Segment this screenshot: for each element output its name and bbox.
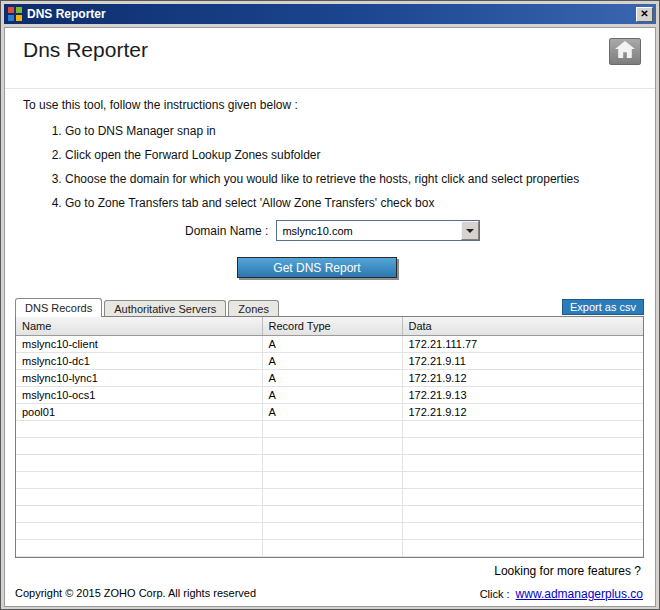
- tab-dns-records[interactable]: DNS Records: [15, 298, 102, 317]
- table-row[interactable]: mslync10-dc1A172.21.9.11: [16, 352, 643, 369]
- instructions-section: To use this tool, follow the instruction…: [23, 98, 637, 220]
- instructions-intro: To use this tool, follow the instruction…: [23, 98, 637, 112]
- table-cell: [16, 420, 262, 437]
- copyright-text: Copyright © 2015 ZOHO Corp. All rights r…: [15, 587, 256, 599]
- table-cell: [402, 488, 643, 505]
- table-cell: A: [262, 369, 402, 386]
- app-icon: [8, 7, 22, 21]
- table-cell: [262, 437, 402, 454]
- table-cell: [16, 488, 262, 505]
- table-row-empty: [16, 539, 643, 556]
- table-cell: 172.21.9.12: [402, 403, 643, 420]
- tabs-row: DNS RecordsAuthoritative ServersZones Ex…: [15, 298, 644, 317]
- table-row[interactable]: mslync10-ocs1A172.21.9.13: [16, 386, 643, 403]
- tab-zones[interactable]: Zones: [228, 300, 279, 317]
- title-bar[interactable]: DNS Reporter ✕: [4, 4, 656, 24]
- table-cell: [16, 471, 262, 488]
- table-cell: [402, 420, 643, 437]
- tab-authoritative-servers[interactable]: Authoritative Servers: [104, 300, 226, 317]
- domain-name-select[interactable]: mslync10.com: [276, 220, 480, 241]
- table-cell: [262, 420, 402, 437]
- table-cell: [16, 454, 262, 471]
- table-cell: [16, 522, 262, 539]
- table-cell: mslync10-client: [16, 335, 262, 352]
- table-cell: [262, 471, 402, 488]
- click-label: Click :: [480, 588, 510, 600]
- table-cell: 172.21.9.11: [402, 352, 643, 369]
- table-row-empty: [16, 471, 643, 488]
- column-header-record-type[interactable]: Record Type: [262, 317, 402, 335]
- table-cell: [402, 471, 643, 488]
- table-row[interactable]: mslync10-clientA172.21.111.77: [16, 335, 643, 352]
- table-cell: [262, 522, 402, 539]
- table-cell: A: [262, 352, 402, 369]
- table-cell: [262, 454, 402, 471]
- get-dns-report-button[interactable]: Get DNS Report: [237, 257, 397, 278]
- instruction-step: Click open the Forward Lookup Zones subf…: [65, 148, 637, 162]
- click-row: Click : www.admanagerplus.co: [480, 587, 643, 601]
- home-button[interactable]: [609, 38, 641, 65]
- table-cell: 172.21.9.12: [402, 369, 643, 386]
- instruction-step: Go to DNS Manager snap in: [65, 124, 637, 138]
- instruction-steps: Go to DNS Manager snap inClick open the …: [47, 124, 637, 210]
- table-cell: 172.21.9.13: [402, 386, 643, 403]
- table-cell: A: [262, 403, 402, 420]
- table-cell: [262, 488, 402, 505]
- features-text: Looking for more features ?: [494, 564, 641, 578]
- table-cell: A: [262, 335, 402, 352]
- table-header-row: NameRecord TypeData: [16, 317, 643, 335]
- column-header-data[interactable]: Data: [402, 317, 643, 335]
- table-row-empty: [16, 488, 643, 505]
- column-header-name[interactable]: Name: [16, 317, 262, 335]
- table-row-empty: [16, 505, 643, 522]
- domain-row: Domain Name : mslync10.com: [185, 220, 480, 241]
- table-cell: [16, 539, 262, 556]
- table-cell: [402, 539, 643, 556]
- page-title: Dns Reporter: [23, 38, 148, 62]
- dns-reporter-window: DNS Reporter ✕ Dns Reporter To use this …: [0, 0, 660, 610]
- table-cell: pool01: [16, 403, 262, 420]
- table-cell: A: [262, 386, 402, 403]
- table-row-empty: [16, 454, 643, 471]
- dialog-content: Dns Reporter To use this tool, follow th…: [4, 27, 656, 607]
- table-cell: [402, 454, 643, 471]
- chevron-down-icon[interactable]: [461, 221, 479, 240]
- table-row-empty: [16, 522, 643, 539]
- table-cell: 172.21.111.77: [402, 335, 643, 352]
- table-cell: [262, 505, 402, 522]
- table-cell: [402, 505, 643, 522]
- close-icon[interactable]: ✕: [636, 7, 653, 22]
- instruction-step: Go to Zone Transfers tab and select 'All…: [65, 196, 637, 210]
- table-row[interactable]: mslync10-lync1A172.21.9.12: [16, 369, 643, 386]
- header-divider: [5, 88, 655, 89]
- domain-name-value: mslync10.com: [277, 225, 461, 237]
- table-row-empty: [16, 437, 643, 454]
- export-as-csv-button[interactable]: Export as csv: [562, 299, 644, 315]
- page-header: Dns Reporter: [23, 38, 641, 65]
- window-title: DNS Reporter: [27, 7, 636, 21]
- table-cell: mslync10-lync1: [16, 369, 262, 386]
- admanagerplus-link[interactable]: www.admanagerplus.co: [516, 587, 643, 601]
- table-cell: [402, 437, 643, 454]
- home-icon: [614, 40, 636, 63]
- table-cell: [262, 539, 402, 556]
- table-cell: mslync10-ocs1: [16, 386, 262, 403]
- instruction-step: Choose the domain for which you would li…: [65, 172, 637, 186]
- table-body: mslync10-clientA172.21.111.77mslync10-dc…: [16, 335, 643, 556]
- dns-records-table: NameRecord TypeData mslync10-clientA172.…: [15, 316, 644, 558]
- table-cell: [402, 522, 643, 539]
- table-cell: [16, 437, 262, 454]
- domain-name-label: Domain Name :: [185, 224, 268, 238]
- table-row[interactable]: pool01A172.21.9.12: [16, 403, 643, 420]
- table-row-empty: [16, 420, 643, 437]
- table-cell: mslync10-dc1: [16, 352, 262, 369]
- tabs: DNS RecordsAuthoritative ServersZones: [15, 298, 644, 317]
- table-cell: [16, 505, 262, 522]
